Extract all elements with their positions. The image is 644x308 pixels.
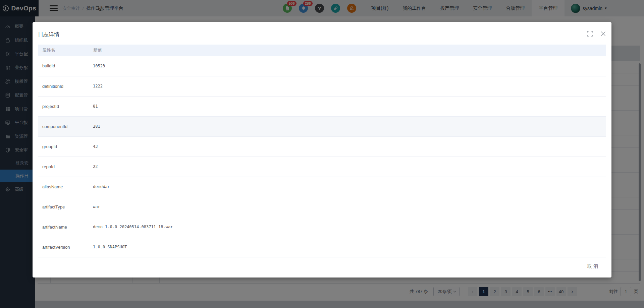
table-row: projectId81 xyxy=(38,96,606,116)
table-row: buildId10523 xyxy=(38,56,606,76)
attr-name: artifactName xyxy=(38,217,89,237)
dialog-tools xyxy=(587,30,606,37)
column-header-attribute: 属性名 xyxy=(38,45,89,56)
log-detail-dialog: 日志详情 属性名 新值 buildId10523 definitionId122… xyxy=(33,22,611,278)
dialog-title: 日志详情 xyxy=(38,31,59,38)
attr-value: 281 xyxy=(89,116,606,136)
attr-name: definitionId xyxy=(38,76,89,96)
column-header-new-value: 新值 xyxy=(89,45,606,56)
attr-value: 22 xyxy=(89,157,606,177)
close-icon[interactable] xyxy=(600,30,606,37)
attr-name: buildId xyxy=(38,56,89,76)
attr-name: artifactVersion xyxy=(38,237,89,257)
attr-name: groupId xyxy=(38,136,89,157)
table-row: groupId43 xyxy=(38,136,606,157)
table-row: artifactTypewar xyxy=(38,197,606,217)
log-detail-table: 属性名 新值 buildId10523 definitionId1222 pro… xyxy=(38,45,606,257)
attr-value: 10523 xyxy=(89,56,606,76)
attr-value: war xyxy=(89,197,606,217)
attr-name: componentId xyxy=(38,116,89,136)
attr-name: projectId xyxy=(38,96,89,116)
fullscreen-icon[interactable] xyxy=(587,30,593,37)
attr-value: 1222 xyxy=(89,76,606,96)
table-header-row: 属性名 新值 xyxy=(38,45,606,56)
attr-value: 1.0.0-SNAPSHOT xyxy=(89,237,606,257)
attr-value: 81 xyxy=(89,96,606,116)
cancel-button[interactable]: 取 消 xyxy=(579,261,606,271)
dialog-footer: 取 消 xyxy=(579,261,606,271)
table-row: componentId281 xyxy=(38,116,606,136)
attr-value: demo-1.0.0-20240514.083711-18.war xyxy=(89,217,606,237)
attr-name: repoId xyxy=(38,157,89,177)
table-row: aliasNamedemoWar xyxy=(38,177,606,197)
attr-value: 43 xyxy=(89,136,606,157)
table-row: definitionId1222 xyxy=(38,76,606,96)
app-root: DevOps 安全审计 / 操作日志 ◎ 管理平台 506 286 ? xyxy=(0,0,644,308)
attr-name: aliasName xyxy=(38,177,89,197)
table-row: artifactNamedemo-1.0.0-20240514.083711-1… xyxy=(38,217,606,237)
attr-value: demoWar xyxy=(89,177,606,197)
table-row: repoId22 xyxy=(38,157,606,177)
attr-name: artifactType xyxy=(38,197,89,217)
table-row: artifactVersion1.0.0-SNAPSHOT xyxy=(38,237,606,257)
